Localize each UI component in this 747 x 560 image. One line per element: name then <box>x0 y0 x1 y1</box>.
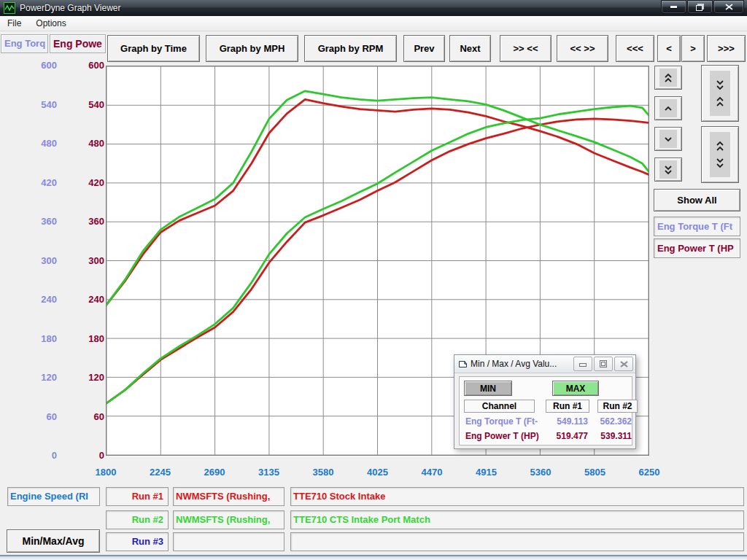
menu-file[interactable]: File <box>0 17 28 30</box>
scroll-far-left-button[interactable]: <<< <box>616 35 654 62</box>
min-button[interactable]: MIN <box>464 381 512 396</box>
scale-down-button[interactable] <box>654 127 682 151</box>
rpm-tick: 5360 <box>519 467 562 478</box>
menubar: File Options <box>0 16 747 31</box>
prev-button[interactable]: Prev <box>403 35 445 62</box>
minmax-window-title: Min / Max / Avg Valu... <box>471 359 557 369</box>
torque-tick: 240 <box>22 294 57 305</box>
app-icon <box>4 2 15 14</box>
minimize-button[interactable] <box>661 0 686 14</box>
torque-tick: 60 <box>22 411 57 422</box>
close-icon <box>725 4 733 10</box>
minimize-icon <box>579 361 587 367</box>
rpm-tick: 2690 <box>193 467 236 478</box>
run1-title-field[interactable]: TTE710 Stock Intake <box>290 487 744 506</box>
expand-chevrons-icon <box>716 140 724 169</box>
graph-by-mph-button[interactable]: Graph by MPH <box>206 35 298 62</box>
power-tick: 0 <box>69 450 104 461</box>
minmax-value: 549.113 <box>546 416 588 427</box>
torque-tick: 600 <box>22 60 57 71</box>
minmax-window: Min / Max / Avg Valu... MIN MAX Channel … <box>454 354 636 449</box>
next-button[interactable]: Next <box>449 35 491 62</box>
minmax-value: 539.311 <box>594 431 632 441</box>
minmax-minimize-button[interactable] <box>573 357 592 371</box>
scale-up-fast-button[interactable] <box>654 66 682 90</box>
run2-desc-field[interactable]: NWMSFTS (Rushing, <box>173 510 285 529</box>
window-bottom-frame <box>0 555 747 560</box>
channel-power-selector[interactable]: Eng Powe <box>50 34 106 53</box>
minmax-row-channel: Eng Torque T (Ft- <box>465 416 538 427</box>
power-tick: 180 <box>69 333 104 344</box>
run3-label: Run #3 <box>106 532 169 551</box>
power-tick: 240 <box>69 294 104 305</box>
close-icon <box>620 361 628 368</box>
menu-options[interactable]: Options <box>28 17 73 30</box>
power-tick: 420 <box>69 177 104 188</box>
power-tick: 60 <box>69 411 104 422</box>
close-button[interactable] <box>713 0 744 14</box>
run3-desc-field[interactable] <box>173 532 285 551</box>
channel-torque-selector[interactable]: Eng Torq <box>1 34 48 53</box>
torque-tick: 120 <box>22 372 57 383</box>
rpm-tick: 6250 <box>627 467 671 478</box>
zoom-out-button[interactable]: << >> <box>557 35 608 62</box>
minmax-close-button[interactable] <box>614 357 633 371</box>
zoom-in-button[interactable]: >> << <box>500 35 551 62</box>
show-all-button[interactable]: Show All <box>654 189 740 211</box>
torque-tick: 300 <box>22 255 57 266</box>
restore-icon <box>696 5 703 11</box>
minmax-value: 519.477 <box>546 431 588 441</box>
run3-title-field[interactable] <box>290 532 744 551</box>
graph-by-time-button[interactable]: Graph by Time <box>107 35 200 62</box>
scroll-far-right-button[interactable]: >>> <box>707 35 746 62</box>
power-tick: 300 <box>69 255 104 266</box>
minmax-titlebar[interactable]: Min / Max / Avg Valu... <box>454 355 635 373</box>
minmax-row-channel: Eng Power T (HP) <box>465 431 539 441</box>
rpm-tick: 2245 <box>139 467 182 478</box>
minmax-value: 562.362 <box>594 416 632 427</box>
max-button[interactable]: MAX <box>552 381 599 396</box>
power-channel-box[interactable]: Eng Power T (HP <box>654 238 740 258</box>
compress-chevrons-icon <box>716 79 724 108</box>
compress-scale-button[interactable] <box>701 65 739 122</box>
torque-tick: 360 <box>22 216 57 227</box>
minmax-maximize-button[interactable] <box>594 357 613 371</box>
form-icon <box>458 359 468 369</box>
torque-tick: 0 <box>22 450 57 461</box>
torque-tick: 420 <box>22 177 57 188</box>
column-header-channel[interactable]: Channel <box>464 400 535 413</box>
x-channel-box[interactable]: Engine Speed (RI <box>7 487 100 506</box>
maximize-icon <box>600 360 607 368</box>
minimize-icon <box>670 6 677 8</box>
minmax-panel: MIN MAX Channel Run #1 Run #2 Eng Torque… <box>459 376 632 446</box>
run2-label: Run #2 <box>106 510 169 529</box>
double-chevron-down-icon <box>664 165 673 175</box>
torque-tick: 180 <box>22 333 57 344</box>
column-header-run1[interactable]: Run #1 <box>546 400 589 413</box>
power-tick: 120 <box>69 372 104 383</box>
scale-up-button[interactable] <box>654 96 682 120</box>
torque-tick: 480 <box>22 138 57 149</box>
minmaxavg-button[interactable]: Min/Max/Avg <box>7 529 100 553</box>
rpm-tick: 4915 <box>465 467 508 478</box>
expand-scale-button[interactable] <box>701 126 739 183</box>
torque-channel-box[interactable]: Eng Torque T (Ft <box>654 217 740 236</box>
scroll-left-button[interactable]: < <box>657 35 681 62</box>
rpm-tick: 3580 <box>301 467 345 478</box>
scale-down-fast-button[interactable] <box>654 158 682 182</box>
run1-desc-field[interactable]: NWMSFTS (Rushing, <box>173 487 285 506</box>
chevron-down-icon <box>664 136 673 142</box>
power-tick: 540 <box>69 99 104 110</box>
titlebar[interactable]: PowerDyne Graph Viewer <box>0 0 747 16</box>
run1-label: Run #1 <box>106 487 169 506</box>
chevron-up-icon <box>664 106 673 112</box>
power-tick: 600 <box>69 60 104 71</box>
scroll-right-button[interactable]: > <box>681 35 705 62</box>
column-header-run2[interactable]: Run #2 <box>597 400 638 413</box>
rpm-tick: 4470 <box>410 467 454 478</box>
run2-title-field[interactable]: TTE710 CTS Intake Port Match <box>290 510 744 529</box>
restore-button[interactable] <box>687 0 713 14</box>
rpm-tick: 3135 <box>247 467 291 478</box>
window-title: PowerDyne Graph Viewer <box>20 3 121 13</box>
graph-by-rpm-button[interactable]: Graph by RPM <box>304 35 397 62</box>
